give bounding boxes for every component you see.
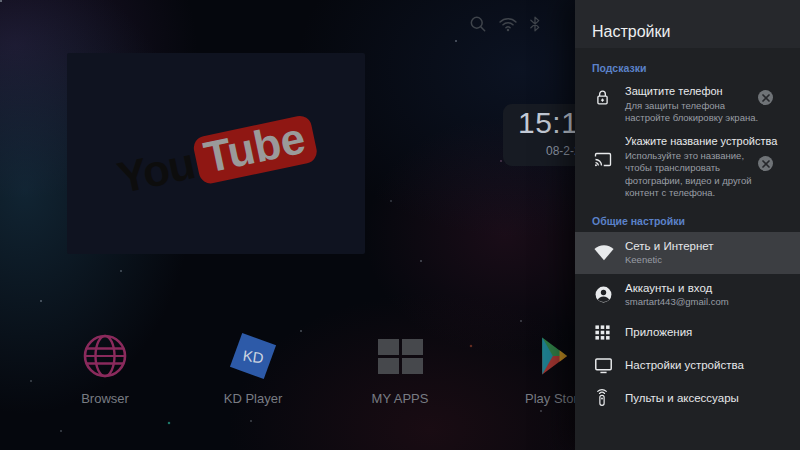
status-bar	[0, 14, 575, 38]
apps-grid-icon	[594, 324, 625, 341]
row-subtitle: Keenetic	[625, 254, 714, 265]
cast-icon	[594, 152, 612, 167]
dock-app-label: Browser	[50, 391, 160, 406]
section-label-tips: Подсказки	[592, 62, 800, 74]
settings-panel: Настройки Подсказки Защитите телефон Для…	[575, 0, 800, 450]
account-icon	[594, 285, 625, 304]
settings-title: Настройки	[592, 23, 670, 41]
row-title: Приложения	[625, 326, 692, 338]
row-title: Сеть и Интернет	[625, 240, 714, 252]
android-tv-home-screen: You Tube 15:18 08-2-2 Browser KD KD Play…	[0, 0, 800, 450]
tip-title: Укажите название устройства	[625, 135, 766, 147]
kd-badge: KD	[241, 346, 264, 366]
kd-diamond-icon: KD	[230, 333, 276, 379]
settings-row-apps[interactable]: Приложения	[575, 316, 800, 349]
starfield-wallpaper	[0, 0, 2, 2]
dismiss-tip-button[interactable]	[758, 90, 773, 105]
settings-panel-header: Настройки	[575, 0, 800, 48]
section-label-general: Общие настройки	[592, 215, 800, 227]
globe-icon	[82, 333, 128, 379]
youtube-app-tile[interactable]: You Tube	[67, 53, 365, 254]
settings-row-device-preferences[interactable]: Настройки устройства	[575, 349, 800, 382]
search-icon[interactable]	[468, 14, 488, 34]
dock-app-label: MY APPS	[345, 391, 455, 406]
row-title: Пульты и аксессуары	[625, 392, 739, 404]
dock-app-kd-player[interactable]: KD KD Player	[198, 330, 308, 406]
play-store-icon	[538, 336, 572, 376]
wifi-icon	[594, 244, 625, 261]
display-icon	[594, 357, 625, 374]
close-icon	[762, 160, 770, 168]
tip-title: Защитите телефон	[625, 85, 766, 97]
youtube-logo-tube: Tube	[191, 113, 318, 185]
youtube-logo: You Tube	[113, 112, 319, 202]
tip-body: Используйте это название, чтобы транслир…	[625, 150, 765, 199]
tip-secure-phone[interactable]: Защитите телефон Для защиты телефона нас…	[575, 76, 800, 126]
wifi-icon	[498, 14, 518, 34]
row-subtitle: smartart443@gmail.com	[625, 296, 729, 307]
youtube-logo-you: You	[113, 138, 199, 203]
settings-row-network[interactable]: Сеть и Интернет Keenetic	[575, 232, 800, 274]
close-icon	[762, 94, 770, 102]
dock-app-label: KD Player	[198, 391, 308, 406]
remote-icon	[594, 388, 625, 408]
lock-icon	[594, 88, 611, 107]
dock-app-browser[interactable]: Browser	[50, 330, 160, 406]
row-title: Аккаунты и вход	[625, 282, 729, 294]
tip-device-name[interactable]: Укажите название устройства Используйте …	[575, 126, 800, 201]
dismiss-tip-button[interactable]	[758, 156, 773, 171]
tip-body: Для защиты телефона настройте блокировку…	[625, 100, 765, 124]
windows-grid-icon	[378, 339, 423, 374]
dock-app-my-apps[interactable]: MY APPS	[345, 330, 455, 406]
settings-row-remotes[interactable]: Пульты и аксессуары	[575, 382, 800, 415]
settings-row-accounts[interactable]: Аккаунты и вход smartart443@gmail.com	[575, 274, 800, 316]
bluetooth-icon	[526, 14, 544, 34]
row-title: Настройки устройства	[625, 359, 744, 371]
